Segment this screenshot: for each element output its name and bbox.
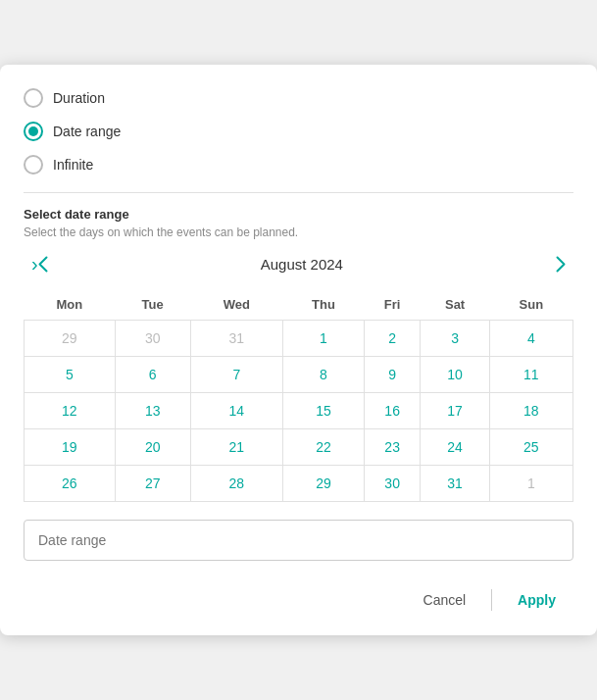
section-title: Select date range xyxy=(24,207,573,222)
calendar-day[interactable]: 29 xyxy=(283,466,365,502)
apply-button[interactable]: Apply xyxy=(500,584,573,616)
col-sat: Sat xyxy=(421,289,489,321)
section-subtitle: Select the days on which the events can … xyxy=(24,225,573,239)
calendar-day[interactable]: 31 xyxy=(421,466,489,502)
radio-date-range[interactable]: Date range xyxy=(24,122,573,141)
calendar-day[interactable]: 9 xyxy=(364,357,421,393)
calendar-table: Mon Tue Wed Thu Fri Sat Sun 293031123456… xyxy=(24,289,573,502)
calendar-day[interactable]: 5 xyxy=(25,357,116,393)
calendar-day[interactable]: 15 xyxy=(283,393,365,429)
radio-duration-label: Duration xyxy=(53,90,105,106)
calendar-day[interactable]: 2 xyxy=(364,321,421,357)
date-range-input[interactable] xyxy=(24,520,573,561)
prev-month-button[interactable]: › xyxy=(24,253,56,275)
col-thu: Thu xyxy=(283,289,365,321)
calendar-day: 31 xyxy=(190,321,282,357)
calendar-row: 2930311234 xyxy=(25,321,573,357)
calendar-day[interactable]: 16 xyxy=(364,393,421,429)
next-month-button[interactable] xyxy=(548,256,573,273)
calendar-day[interactable]: 28 xyxy=(190,466,282,502)
calendar-row: 567891011 xyxy=(25,357,573,393)
radio-infinite-label: Infinite xyxy=(53,157,93,173)
calendar-day[interactable]: 8 xyxy=(283,357,365,393)
calendar-day: 1 xyxy=(489,466,572,502)
calendar-row: 2627282930311 xyxy=(25,466,573,502)
calendar-day[interactable]: 7 xyxy=(190,357,282,393)
calendar-day[interactable]: 1 xyxy=(283,321,365,357)
calendar-day[interactable]: 11 xyxy=(489,357,572,393)
calendar-row: 19202122232425 xyxy=(25,429,573,466)
calendar-day[interactable]: 17 xyxy=(421,393,489,429)
calendar-nav: › August 2024 xyxy=(24,253,573,275)
radio-date-range-circle xyxy=(24,122,43,141)
calendar-day[interactable]: 14 xyxy=(190,393,282,429)
calendar-day[interactable]: 24 xyxy=(421,429,489,466)
radio-infinite[interactable]: Infinite xyxy=(24,155,573,175)
calendar-day[interactable]: 26 xyxy=(25,466,116,502)
radio-date-range-label: Date range xyxy=(53,124,121,139)
calendar-day[interactable]: 21 xyxy=(190,429,282,466)
footer-divider xyxy=(491,589,492,611)
calendar-row: 12131415161718 xyxy=(25,393,573,429)
calendar-day[interactable]: 25 xyxy=(489,429,572,466)
calendar-day[interactable]: 19 xyxy=(25,429,116,466)
calendar-day[interactable]: 20 xyxy=(115,429,190,466)
calendar-day[interactable]: 13 xyxy=(115,393,190,429)
col-wed: Wed xyxy=(190,289,282,321)
calendar-day[interactable]: 3 xyxy=(421,321,489,357)
calendar-day[interactable]: 22 xyxy=(283,429,365,466)
calendar-day[interactable]: 10 xyxy=(421,357,489,393)
calendar-month-label: August 2024 xyxy=(261,256,343,273)
cancel-button[interactable]: Cancel xyxy=(406,584,484,616)
section-divider xyxy=(24,192,573,193)
col-fri: Fri xyxy=(364,289,421,321)
calendar-day: 30 xyxy=(115,321,190,357)
col-mon: Mon xyxy=(25,289,116,321)
calendar-day: 29 xyxy=(25,321,116,357)
modal-container: Duration Date range Infinite Select date… xyxy=(0,65,597,635)
radio-group: Duration Date range Infinite xyxy=(24,88,573,175)
calendar-day[interactable]: 30 xyxy=(364,466,421,502)
calendar-day[interactable]: 23 xyxy=(364,429,421,466)
calendar-day[interactable]: 18 xyxy=(489,393,572,429)
calendar-day[interactable]: 27 xyxy=(115,466,190,502)
radio-duration[interactable]: Duration xyxy=(24,88,573,108)
col-sun: Sun xyxy=(489,289,572,321)
radio-infinite-circle xyxy=(24,155,43,175)
calendar-header-row: Mon Tue Wed Thu Fri Sat Sun xyxy=(25,289,573,321)
col-tue: Tue xyxy=(115,289,190,321)
radio-duration-circle xyxy=(24,88,43,108)
calendar-day[interactable]: 6 xyxy=(115,357,190,393)
footer: Cancel Apply xyxy=(24,584,573,616)
calendar-day[interactable]: 4 xyxy=(489,321,572,357)
calendar-day[interactable]: 12 xyxy=(25,393,116,429)
